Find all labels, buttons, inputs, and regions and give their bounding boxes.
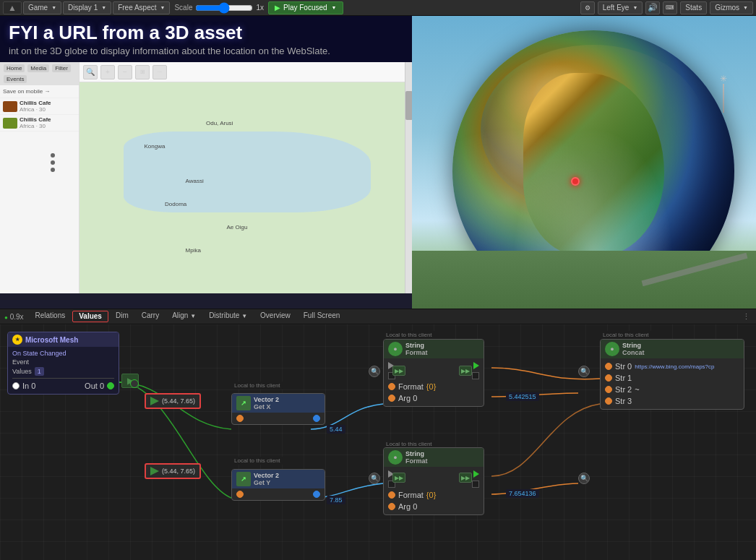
strfmt1-title-area: String Format — [405, 342, 428, 356]
left-eye-dropdown[interactable]: Left Eye ▼ — [598, 1, 643, 14]
carry-btn[interactable]: Carry — [136, 311, 165, 322]
right-tools: ⚙ Left Eye ▼ 🔊 ⌨ Stats Gizmos ▼ — [580, 1, 753, 14]
vec-x-title-area: Vector 2 Get X — [254, 396, 279, 410]
distribute-btn[interactable]: Distribute ▼ — [203, 311, 253, 322]
strfmt2-format-port — [388, 491, 395, 499]
strfmt2-format-row: Format {0} — [388, 489, 479, 501]
bing-toolbar: 🔍 + − ⊞ ··· — [80, 62, 412, 82]
wire-y-value: 7.85 — [327, 496, 345, 504]
play-focused-label: Play Focused — [283, 4, 327, 12]
concat-icon: ● — [605, 342, 619, 356]
map-label-city2: Ae Oigu — [227, 224, 248, 231]
vec-y-io — [236, 491, 320, 498]
map-label-region3: Awassi — [186, 178, 204, 184]
bing-zoom-out[interactable]: − — [118, 65, 132, 79]
map-label-region2: Odu, Arusi — [206, 120, 233, 126]
relations-btn[interactable]: Relations — [30, 311, 72, 322]
vec-get-y-node: ↗ Vector 2 Get Y — [231, 469, 325, 501]
dim-btn[interactable]: Dim — [110, 311, 134, 322]
strfmt1-icon: ● — [388, 342, 403, 356]
more-options-btn[interactable]: ⋮ — [740, 311, 752, 322]
mesh-values-row: Values 1 — [12, 366, 114, 376]
vec-y-out — [313, 491, 320, 498]
strfmt1-format-label: Format — [398, 382, 424, 391]
strfmt1-circle-out — [472, 372, 479, 379]
strfmt2-flow-out — [473, 470, 479, 478]
map-scrollbar[interactable] — [405, 62, 412, 293]
free-aspect-dropdown[interactable]: Free Aspect ▼ — [113, 1, 170, 14]
cafe-icon-2 — [3, 118, 17, 129]
sidebar-tag-filter: Filter — [52, 64, 71, 72]
strfmt1-format-value: {0} — [426, 382, 436, 391]
bing-layers[interactable]: ⊞ — [135, 65, 150, 79]
vec-x-title: Vector 2 — [254, 396, 279, 403]
concat-local-label: Local to this client — [600, 331, 652, 339]
cafe-name-2: Chillis Cafe Africa · 30 — [20, 116, 51, 129]
mesh-in-port — [12, 382, 20, 389]
overview-btn[interactable]: Overview — [254, 311, 296, 322]
bing-more[interactable]: ··· — [153, 65, 167, 79]
gizmos-button[interactable]: Gizmos ▼ — [710, 1, 753, 14]
mesh-io-row: In 0 Out 0 — [12, 380, 114, 392]
concat-str3-port — [605, 397, 612, 405]
game-dropdown[interactable]: Game ▼ — [23, 1, 61, 14]
mesh-event-row: On State Changed — [12, 349, 114, 358]
bing-zoom-in[interactable]: + — [100, 65, 115, 79]
play-focused-button[interactable]: ▶ Play Focused ▼ — [268, 1, 343, 14]
vec-x-icon: ↗ — [236, 396, 251, 410]
strfmt2-subtitle: Format — [405, 457, 428, 465]
dot-3 — [51, 168, 55, 172]
strfmt2-header: ● String Format — [384, 448, 484, 467]
distribute-arrow: ▼ — [241, 313, 247, 319]
concat-str1-row: Str 1 — [605, 372, 739, 384]
vec-y-icon: ↗ — [236, 472, 251, 486]
tooltip-x-node: (5.44, 7.65) — [145, 393, 201, 409]
concat-str2-row: Str 2 ~ — [605, 384, 739, 395]
wire-arrow-5: ▶▶ — [459, 473, 472, 483]
vec-y-body — [232, 488, 325, 500]
mesh-values-count: 1 — [35, 367, 44, 376]
vec-x-io — [236, 415, 320, 422]
mesh-in-label: In 0 — [22, 382, 35, 390]
sidebar-tag-home: Home — [4, 64, 25, 72]
bing-search-btn[interactable]: 🔍 — [83, 65, 98, 79]
top-toolbar: ▲ Game ▼ Display 1 ▼ Free Aspect ▼ Scale… — [0, 0, 756, 16]
values-btn[interactable]: Values — [72, 311, 108, 322]
vec-x-in — [236, 415, 244, 422]
vec-y-in — [236, 491, 244, 498]
vec-y-header: ↗ Vector 2 Get Y — [232, 470, 325, 488]
scale-slider[interactable] — [195, 2, 253, 14]
vec-x-local-label: Local to this client — [231, 382, 283, 389]
cafe-name-1: Chillis Cafe Africa · 30 — [20, 100, 51, 113]
search-icon-4: 🔍 — [578, 473, 590, 484]
unreal-logo[interactable]: ▲ — [3, 1, 22, 14]
mesh-out-port — [107, 382, 114, 389]
strfmt1-format-row: Format {0} — [388, 381, 479, 392]
concat-str2-port — [605, 386, 612, 393]
cafe-item-1: Chillis Cafe Africa · 30 — [0, 98, 79, 115]
tooltip-y-node: (5.44, 7.65) — [145, 463, 201, 479]
web-title: FYI a URL from a 3D asset — [9, 22, 403, 44]
mesh-in-row: In 0 — [12, 382, 35, 390]
align-btn[interactable]: Align ▼ — [166, 311, 202, 322]
concat-title: String — [622, 342, 645, 349]
display-dropdown[interactable]: Display 1 ▼ — [63, 1, 111, 14]
strfmt1-arg-row: Arg 0 — [388, 392, 479, 404]
strfmt2-title: String — [405, 450, 428, 457]
scale-area: Scale 1x — [174, 2, 264, 14]
keyboard-icon-btn[interactable]: ⌨ — [663, 1, 677, 14]
mesh-values-label: Values — [12, 368, 32, 375]
audio-icon-btn[interactable]: 🔊 — [645, 1, 660, 14]
sidebar-tag-events: Events — [4, 75, 27, 83]
stats-button[interactable]: Stats — [680, 1, 707, 14]
search-icon-1: 🔍 — [369, 366, 380, 377]
mesh-node-title: Microsoft Mesh — [25, 336, 78, 344]
cafe-item-2: Chillis Cafe Africa · 30 — [0, 115, 79, 132]
search-icon-3: 🔍 — [369, 473, 380, 484]
fullscreen-btn[interactable]: Full Screen — [298, 311, 346, 322]
wire-x-exact-value: 5.442515 — [506, 392, 539, 401]
vec-x-out — [313, 415, 320, 422]
left-panel-dots — [51, 153, 55, 172]
tooltip-y-value: (5.44, 7.65) — [162, 468, 195, 475]
settings-icon-btn[interactable]: ⚙ — [580, 1, 595, 14]
